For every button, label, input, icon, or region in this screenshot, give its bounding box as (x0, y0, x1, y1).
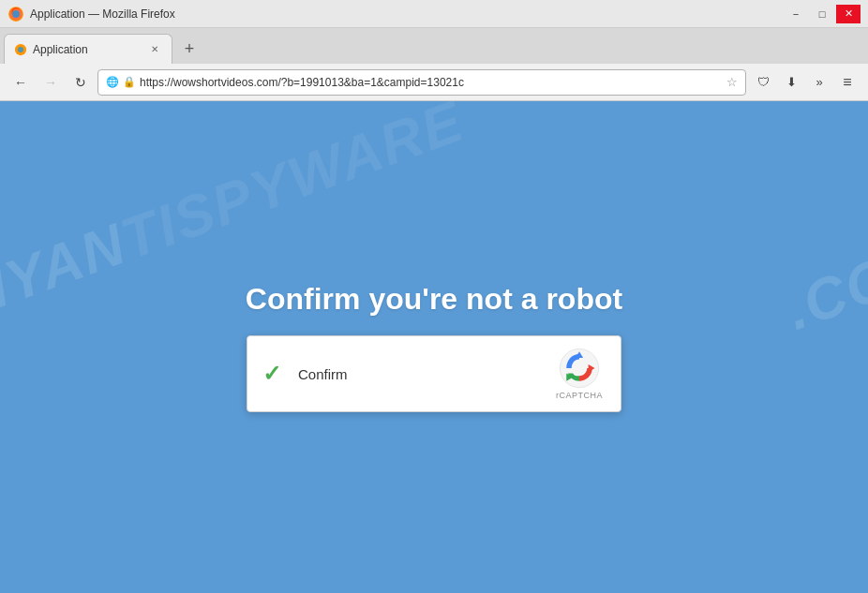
captcha-checkbox-area: ✓ Confirm (262, 361, 553, 387)
firefox-icon (7, 6, 24, 22)
page-heading: Confirm you're not a robot (246, 282, 622, 317)
shield-button[interactable]: 🛡 (750, 69, 776, 96)
menu-button[interactable]: ≡ (834, 69, 861, 96)
recaptcha-brand-text: rCAPTCHA (556, 391, 603, 400)
captcha-confirm-label: Confirm (298, 366, 348, 382)
minimize-button[interactable]: − (784, 5, 808, 23)
reload-button[interactable]: ↻ (67, 69, 94, 96)
tabbar: Application ✕ + (0, 28, 868, 64)
tab-close-button[interactable]: ✕ (147, 42, 162, 57)
privacy-icon: 🌐 (106, 76, 119, 88)
lock-icon: 🔒 (123, 76, 136, 88)
captcha-checkmark-icon: ✓ (262, 361, 281, 387)
bookmark-star-icon[interactable]: ☆ (726, 75, 738, 89)
maximize-button[interactable]: □ (810, 5, 834, 23)
captcha-box[interactable]: ✓ Confirm rCAPTCHA (247, 335, 621, 412)
tab-label: Application (33, 43, 142, 56)
watermark-bottom: .COM (777, 226, 868, 343)
recaptcha-logo-icon (559, 348, 600, 389)
titlebar: Application — Mozilla Firefox − □ ✕ (0, 0, 868, 28)
url-text: https://wowshortvideos.com/?b=1991013&ba… (140, 76, 723, 89)
address-bar[interactable]: 🌐 🔒 https://wowshortvideos.com/?b=199101… (97, 69, 746, 96)
titlebar-controls: − □ ✕ (784, 5, 861, 23)
download-button[interactable]: ⬇ (778, 69, 804, 96)
new-tab-button[interactable]: + (176, 36, 202, 62)
titlebar-left: Application — Mozilla Firefox (7, 6, 175, 22)
nav-right-buttons: 🛡 ⬇ » ≡ (750, 69, 861, 96)
close-button[interactable]: ✕ (836, 5, 861, 23)
browser-tab[interactable]: Application ✕ (4, 34, 172, 64)
center-content: Confirm you're not a robot ✓ Confirm (246, 282, 622, 412)
back-button[interactable]: ← (7, 69, 34, 96)
page-content: MYANTISPYWARE .COM Confirm you're not a … (0, 101, 868, 593)
forward-button[interactable]: → (37, 69, 64, 96)
titlebar-title: Application — Mozilla Firefox (30, 7, 175, 21)
svg-point-3 (18, 46, 23, 52)
navbar: ← → ↻ 🌐 🔒 https://wowshortvideos.com/?b=… (0, 64, 868, 101)
tab-favicon (14, 43, 27, 56)
svg-point-1 (12, 10, 20, 18)
more-tools-button[interactable]: » (806, 69, 832, 96)
captcha-branding: rCAPTCHA (553, 348, 606, 400)
